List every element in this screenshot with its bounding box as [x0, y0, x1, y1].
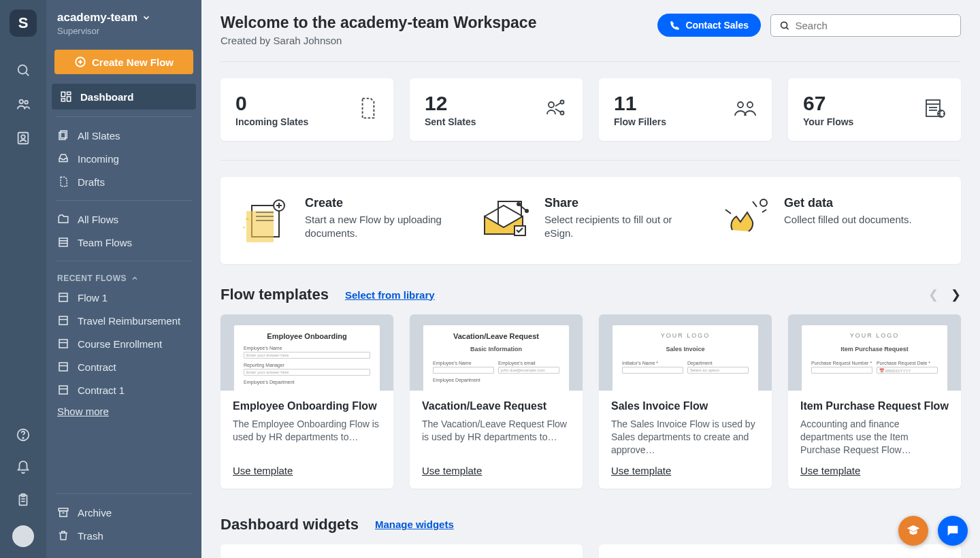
search-input[interactable]: [795, 20, 952, 31]
thumb-title: Sales Invoice: [622, 346, 749, 352]
howto-card: CreateStart a new Flow by uploading docu…: [220, 177, 961, 264]
nav-archive[interactable]: Archive: [46, 501, 201, 524]
folder-icon: [57, 213, 69, 225]
divider: [220, 160, 961, 161]
stat-value: 12: [425, 92, 476, 115]
contact-sales-label: Contact Sales: [685, 20, 749, 31]
howto-title: Create: [305, 196, 463, 210]
contacts-icon[interactable]: [16, 131, 31, 146]
people-icon: [734, 99, 757, 120]
chevron-down-icon: [142, 13, 151, 22]
nav-label: Travel Reimbursement: [78, 315, 180, 327]
create-flow-button[interactable]: Create New Flow: [54, 50, 193, 74]
template-card[interactable]: YOUR LOGO Item Purchase Request Purchase…: [788, 314, 961, 489]
templates-header: Flow templates Select from library ❮ ❯: [220, 286, 961, 303]
nav-team-flows[interactable]: Team Flows: [46, 231, 201, 254]
nav-dashboard[interactable]: Dashboard: [52, 84, 196, 110]
svg-line-43: [555, 109, 561, 112]
chevron-up-icon: [131, 274, 139, 282]
template-card[interactable]: Vacation/Leave Request Basic Information…: [410, 314, 583, 489]
avatar[interactable]: [12, 525, 34, 547]
create-flow-label: Create New Flow: [92, 56, 174, 68]
manage-widgets-link[interactable]: Manage widgets: [375, 519, 454, 530]
stack-icon: [57, 129, 69, 142]
template-desc: The Vacation/Leave Request Flow is used …: [422, 418, 570, 444]
bell-icon[interactable]: [16, 460, 31, 475]
thumb-sub: Basic Information: [433, 346, 559, 352]
svg-line-42: [555, 103, 561, 106]
template-card[interactable]: Employee Onboarding Employee's NameEnter…: [220, 314, 393, 489]
svg-rect-28: [59, 340, 67, 348]
workspace-selector[interactable]: academy-team Supervisor: [46, 11, 201, 39]
widget-card-empty: [220, 544, 583, 558]
inbox-icon: [57, 152, 69, 165]
templates-row: Employee Onboarding Employee's NameEnter…: [220, 314, 961, 489]
get-data-illustration: [719, 196, 773, 245]
svg-point-5: [21, 135, 25, 139]
nav-label: All Slates: [78, 130, 120, 142]
use-template-link[interactable]: Use template: [800, 465, 949, 476]
help-icon[interactable]: [16, 427, 31, 442]
clipboard-icon[interactable]: [16, 493, 31, 508]
use-template-link[interactable]: Use template: [611, 465, 760, 476]
svg-point-0: [18, 65, 27, 74]
nav-label: Archive: [78, 507, 112, 519]
show-more-link[interactable]: Show more: [46, 401, 201, 421]
recent-flow-item[interactable]: Contract: [46, 355, 201, 378]
use-template-link[interactable]: Use template: [233, 465, 381, 476]
stat-your-flows[interactable]: 67Your Flows: [788, 78, 961, 141]
stat-value: 0: [235, 92, 308, 115]
svg-point-39: [549, 102, 554, 108]
templates-prev[interactable]: ❮: [928, 287, 938, 302]
templates-next[interactable]: ❯: [951, 287, 961, 302]
icon-rail: S: [0, 0, 46, 558]
svg-line-1: [26, 73, 29, 76]
nav-drafts[interactable]: Drafts: [46, 170, 201, 193]
team-flow-icon: [57, 236, 69, 248]
nav-trash[interactable]: Trash: [46, 524, 201, 547]
search-icon[interactable]: [16, 63, 31, 78]
chat-fab[interactable]: [938, 516, 968, 546]
template-desc: The Employee Onboarding Flow is used by …: [233, 418, 381, 444]
academy-fab[interactable]: [898, 516, 928, 546]
svg-point-37: [781, 22, 787, 28]
share-user-icon: [546, 98, 568, 121]
phone-icon: [670, 20, 680, 31]
contact-sales-button[interactable]: Contact Sales: [657, 14, 761, 37]
howto-desc: Collect filled out documents.: [784, 213, 912, 227]
create-illustration: [240, 196, 294, 245]
nav-label: Course Enrollment: [78, 338, 162, 350]
fab-row: [898, 516, 968, 546]
thumb-title: Employee Onboarding: [244, 332, 370, 340]
recent-flow-item[interactable]: Flow 1: [46, 286, 201, 309]
stat-incoming-slates[interactable]: 0Incoming Slates: [220, 78, 393, 141]
app-logo: S: [10, 10, 37, 37]
svg-point-2: [20, 100, 24, 104]
stat-label: Flow Fillers: [614, 116, 666, 127]
thumb-logo: YOUR LOGO: [622, 332, 749, 339]
thumb-title: Item Purchase Request: [811, 346, 938, 352]
recent-flows-header[interactable]: RECENT FLOWS: [46, 268, 201, 286]
team-icon[interactable]: [15, 97, 31, 112]
nav-incoming[interactable]: Incoming: [46, 147, 201, 170]
nav-label: Contract: [78, 361, 116, 373]
svg-rect-15: [61, 92, 65, 97]
divider: [56, 200, 192, 201]
nav-label: Flow 1: [78, 292, 108, 303]
select-library-link[interactable]: Select from library: [345, 289, 435, 301]
svg-rect-26: [59, 316, 67, 325]
nav-all-flows[interactable]: All Flows: [46, 208, 201, 231]
thumb-logo: YOUR LOGO: [811, 332, 938, 339]
chat-icon: [945, 523, 960, 538]
svg-line-38: [787, 27, 789, 29]
use-template-link[interactable]: Use template: [422, 465, 570, 476]
recent-flow-item[interactable]: Travel Reimbursement: [46, 309, 201, 332]
stat-flow-fillers[interactable]: 11Flow Fillers: [599, 78, 772, 141]
search-box[interactable]: [770, 14, 961, 37]
recent-flow-item[interactable]: Course Enrollment: [46, 332, 201, 355]
stat-sent-slates[interactable]: 12Sent Slates: [410, 78, 583, 141]
recent-flow-item[interactable]: Contract 1: [46, 378, 201, 401]
template-card[interactable]: YOUR LOGO Sales Invoice Initiator's Name…: [599, 314, 772, 489]
template-thumbnail: Vacation/Leave Request Basic Information…: [410, 314, 583, 391]
nav-all-slates[interactable]: All Slates: [46, 124, 201, 147]
